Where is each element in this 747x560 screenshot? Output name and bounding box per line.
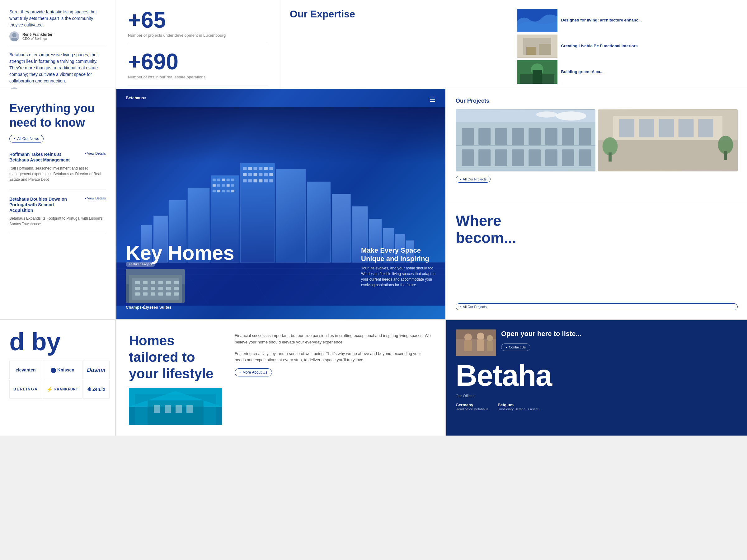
- svg-rect-80: [174, 281, 179, 284]
- svg-rect-33: [227, 179, 230, 181]
- svg-rect-96: [479, 128, 491, 145]
- more-about-us-button[interactable]: More About Us: [235, 368, 272, 376]
- svg-rect-60: [259, 179, 262, 182]
- featured-badge: Featured Project: [126, 262, 155, 267]
- svg-rect-108: [545, 149, 558, 166]
- hero-title: Key Homes: [126, 243, 234, 263]
- svg-rect-47: [253, 167, 257, 170]
- svg-rect-94: [456, 122, 595, 170]
- svg-rect-90: [158, 292, 163, 296]
- expertise-item-3: Building green: A ca...: [517, 60, 738, 84]
- hamburger-menu-icon[interactable]: ☰: [430, 96, 436, 104]
- logo-knissen: ⬤ Knissen: [43, 361, 82, 379]
- project-image-1: [456, 109, 595, 171]
- homes-layout: Homes tailored to your lifestyle: [129, 332, 433, 425]
- testimonial-1: Sure, they provide fantastic living spac…: [9, 9, 106, 42]
- svg-rect-97: [495, 128, 507, 145]
- svg-rect-133: [154, 405, 160, 413]
- project-images: [456, 109, 738, 171]
- expertise-img-1: [517, 9, 558, 32]
- logo-grid: elevanten ⬤ Knissen Dasimi BERLINGA ⚡ FR…: [9, 361, 106, 399]
- featured-location: Champs-Élysées Suites: [126, 305, 185, 310]
- betahaus-big-text: Betaha: [456, 362, 738, 389]
- news-item-1: Hoffmann Takes Reins at Betahaus Asset M…: [9, 152, 106, 189]
- svg-rect-109: [562, 149, 574, 166]
- svg-point-115: [536, 111, 558, 117]
- svg-rect-79: [166, 281, 171, 284]
- svg-rect-119: [619, 119, 634, 137]
- hero-cta-block: Make Every Space Unique and Inspiring Yo…: [355, 240, 445, 294]
- svg-rect-21: [240, 163, 275, 262]
- betahaus-office-content: Open your here to liste... Contact Us: [501, 329, 582, 351]
- news-item-1-link[interactable]: View Details: [85, 152, 106, 155]
- svg-rect-39: [231, 184, 234, 187]
- contact-us-button[interactable]: Contact Us: [501, 344, 531, 351]
- svg-rect-45: [243, 167, 247, 170]
- all-projects-where-button[interactable]: All Our Projects: [456, 303, 738, 310]
- expertise-caption-2: Creating Livable Be Functional Interiors: [561, 43, 638, 49]
- news-cell: Everything you need to know All Our News…: [0, 89, 115, 319]
- betahaus-office-section: Open your here to liste... Contact Us: [456, 329, 738, 356]
- svg-rect-88: [143, 292, 148, 296]
- homes-image: [129, 388, 222, 425]
- svg-point-0: [12, 33, 17, 37]
- svg-point-141: [477, 332, 484, 340]
- svg-rect-122: [678, 119, 694, 137]
- svg-rect-34: [231, 179, 234, 181]
- svg-rect-118: [598, 140, 738, 171]
- news-item-1-header: Hoffmann Takes Reins at Betahaus Asset M…: [9, 152, 106, 163]
- svg-rect-125: [609, 153, 612, 161]
- svg-rect-7: [526, 47, 536, 55]
- svg-rect-135: [176, 405, 182, 413]
- svg-rect-56: [269, 173, 273, 176]
- svg-rect-41: [217, 190, 221, 192]
- all-news-button[interactable]: All Our News: [9, 135, 44, 143]
- svg-rect-82: [143, 287, 148, 290]
- svg-rect-144: [487, 341, 493, 351]
- expertise-item-2: Creating Livable Be Functional Interiors: [517, 34, 738, 58]
- svg-rect-43: [227, 190, 230, 192]
- svg-rect-36: [217, 184, 221, 187]
- stat-2-value: +690: [128, 50, 268, 73]
- svg-point-114: [556, 111, 586, 121]
- stat-1-label: Number of projects under development in …: [128, 33, 268, 44]
- svg-rect-85: [166, 287, 171, 290]
- svg-rect-105: [495, 149, 507, 166]
- svg-rect-89: [151, 292, 155, 296]
- svg-rect-77: [151, 281, 155, 284]
- svg-rect-55: [264, 173, 268, 176]
- homes-right: Financial success is important, but our …: [235, 332, 433, 425]
- offices-section: Our Offices: Germany Head office Betahau…: [456, 394, 738, 411]
- svg-rect-99: [529, 128, 541, 145]
- svg-rect-44: [231, 190, 234, 192]
- testimonial-2-text: Betahaus offers impressive living spaces…: [9, 52, 106, 84]
- betahaus-card-cell: Open your here to liste... Contact Us Be…: [445, 319, 747, 435]
- svg-rect-50: [269, 167, 273, 170]
- news-item-2-title: Betahaus Doubles Down on Portugal with S…: [9, 196, 78, 213]
- news-heading: Everything you need to know: [9, 101, 106, 130]
- svg-rect-52: [248, 173, 252, 176]
- svg-rect-8: [539, 44, 551, 55]
- svg-rect-140: [464, 340, 472, 351]
- all-projects-button[interactable]: All Our Projects: [456, 176, 491, 183]
- expertise-img-3: [517, 60, 558, 84]
- svg-rect-91: [166, 292, 171, 296]
- svg-rect-76: [143, 281, 148, 284]
- news-item-2-link[interactable]: View Details: [85, 196, 106, 200]
- author-1-info: René Frankfurter CEO of Berlinga: [22, 32, 53, 41]
- expertise-caption-1: Designed for living: architecture enhanc…: [561, 18, 642, 23]
- expertise-title: Our Expertise: [290, 9, 511, 20]
- svg-rect-98: [512, 128, 524, 145]
- testimonials-cell: Sure, they provide fantastic living spac…: [0, 0, 115, 89]
- svg-rect-102: [578, 128, 591, 145]
- svg-rect-84: [158, 287, 163, 290]
- svg-rect-142: [477, 340, 484, 351]
- svg-rect-70: [117, 107, 445, 163]
- svg-rect-100: [545, 128, 558, 145]
- homes-text-1: Financial success is important, but our …: [235, 332, 433, 346]
- svg-rect-106: [512, 149, 524, 166]
- svg-rect-23: [307, 182, 331, 262]
- svg-rect-81: [135, 287, 140, 290]
- stats-cell: +65 Number of projects under development…: [115, 0, 280, 89]
- project-image-2: [598, 109, 738, 171]
